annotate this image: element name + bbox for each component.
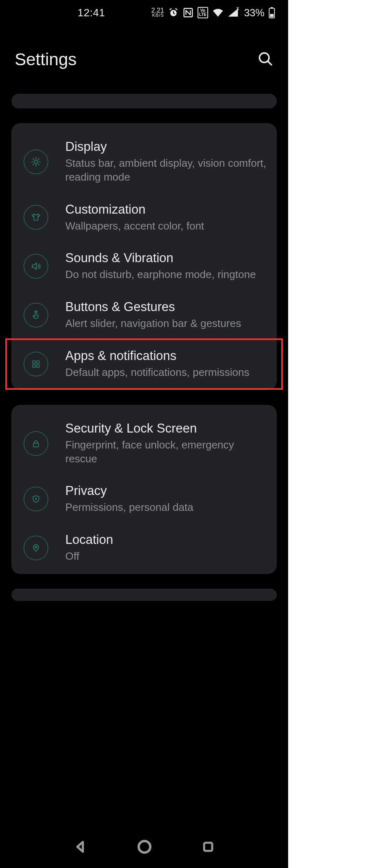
svg-point-24 xyxy=(139,841,150,853)
tap-icon xyxy=(24,303,48,327)
svg-point-21 xyxy=(36,498,37,499)
svg-point-23 xyxy=(35,546,37,548)
wifi-icon xyxy=(212,8,224,17)
row-privacy[interactable]: Privacy Permissions, personal data xyxy=(11,475,277,523)
header: Settings xyxy=(0,25,288,94)
volte-icon: Vo LTE xyxy=(198,7,208,18)
row-subtitle: Default apps, notifications, permissions xyxy=(65,366,267,380)
cell-signal-icon: x xyxy=(228,8,238,17)
card-partial-bottom xyxy=(11,589,277,601)
svg-rect-18 xyxy=(33,364,36,367)
row-apps-notifications[interactable]: Apps & notifications Default apps, notif… xyxy=(7,340,282,389)
svg-line-13 xyxy=(38,164,39,165)
speaker-icon xyxy=(24,254,48,278)
battery-percent: 33% xyxy=(244,7,264,19)
shield-icon xyxy=(24,487,48,511)
svg-line-15 xyxy=(38,159,39,159)
row-buttons-gestures[interactable]: Buttons & Gestures Alert slider, navigat… xyxy=(11,291,277,340)
row-title: Apps & notifications xyxy=(65,349,267,363)
nfc-icon xyxy=(183,7,193,18)
svg-rect-17 xyxy=(37,361,40,364)
svg-rect-20 xyxy=(33,443,39,447)
row-title: Location xyxy=(65,532,267,547)
brightness-icon xyxy=(24,150,48,174)
row-subtitle: Permissions, personal data xyxy=(65,501,267,515)
settings-group-2: Security & Lock Screen Fingerprint, face… xyxy=(11,405,277,574)
page-title: Settings xyxy=(15,50,77,69)
content-scroll[interactable]: Display Status bar, ambient display, vis… xyxy=(0,94,288,601)
row-title: Security & Lock Screen xyxy=(65,421,267,436)
battery-icon xyxy=(269,7,275,18)
status-icons: 2.21 KB/S Vo LTE x 33% xyxy=(151,7,275,19)
row-security[interactable]: Security & Lock Screen Fingerprint, face… xyxy=(11,412,277,475)
row-customization[interactable]: Customization Wallpapers, accent color, … xyxy=(11,193,277,242)
phone-frame: 12:41 2.21 KB/S Vo LTE x 33% xyxy=(0,0,288,868)
nav-recents-button[interactable] xyxy=(201,840,215,855)
svg-rect-16 xyxy=(33,361,36,364)
nav-back-button[interactable] xyxy=(73,839,88,856)
row-subtitle: Do not disturb, earphone mode, ringtone xyxy=(65,268,267,282)
status-bar: 12:41 2.21 KB/S Vo LTE x 33% xyxy=(0,0,288,25)
svg-rect-19 xyxy=(37,364,40,367)
row-title: Customization xyxy=(65,202,267,217)
apps-grid-icon xyxy=(24,352,48,376)
alarm-icon xyxy=(168,7,179,18)
row-subtitle: Fingerprint, face unlock, emergency resc… xyxy=(65,438,267,466)
row-sounds[interactable]: Sounds & Vibration Do not disturb, earph… xyxy=(11,242,277,291)
svg-line-6 xyxy=(268,61,271,65)
row-location[interactable]: Location Off xyxy=(11,523,277,572)
svg-point-7 xyxy=(34,160,38,163)
svg-line-12 xyxy=(33,159,33,159)
clock: 12:41 xyxy=(78,7,105,19)
row-subtitle: Off xyxy=(65,550,267,563)
row-subtitle: Status bar, ambient display, vision comf… xyxy=(65,157,267,184)
svg-rect-4 xyxy=(270,14,274,17)
tshirt-icon xyxy=(24,205,48,230)
settings-group-1: Display Status bar, ambient display, vis… xyxy=(11,123,277,390)
row-title: Buttons & Gestures xyxy=(65,300,267,314)
card-partial-top xyxy=(11,94,277,108)
svg-line-14 xyxy=(33,164,33,165)
navigation-bar xyxy=(0,827,288,868)
row-display[interactable]: Display Status bar, ambient display, vis… xyxy=(11,130,277,193)
lock-icon xyxy=(24,431,48,456)
net-speed: 2.21 KB/S xyxy=(151,8,164,18)
row-subtitle: Wallpapers, accent color, font xyxy=(65,219,267,233)
svg-rect-3 xyxy=(271,7,273,9)
nav-home-button[interactable] xyxy=(136,839,153,857)
search-icon[interactable] xyxy=(257,51,273,68)
map-pin-icon xyxy=(24,536,48,560)
row-title: Sounds & Vibration xyxy=(65,251,267,265)
row-title: Display xyxy=(65,139,267,154)
svg-rect-25 xyxy=(204,843,212,851)
row-title: Privacy xyxy=(65,484,267,498)
row-subtitle: Alert slider, navigation bar & gestures xyxy=(65,317,267,331)
